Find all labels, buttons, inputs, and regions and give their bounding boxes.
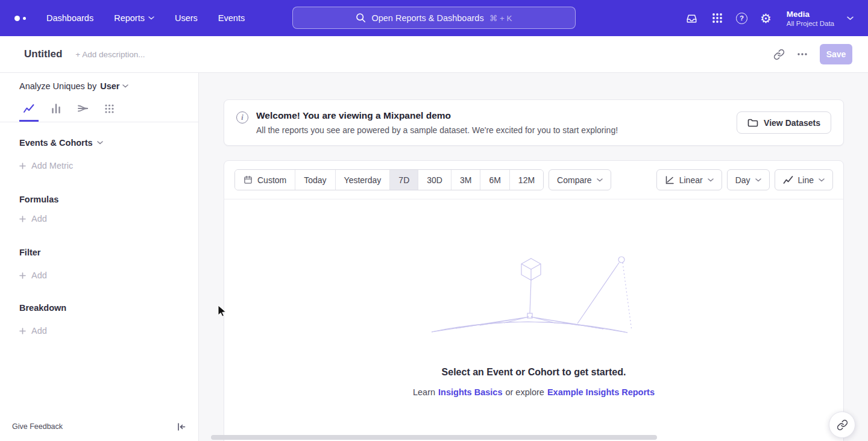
events-cohorts-label: Events & Cohorts — [19, 138, 93, 148]
add-breakdown-label: Add — [31, 326, 47, 336]
help-icon[interactable]: ? — [736, 13, 747, 24]
add-metric-button[interactable]: Add Metric — [19, 161, 179, 170]
apps-grid-icon[interactable] — [711, 12, 723, 24]
add-formula-label: Add — [31, 214, 47, 224]
line-chart-icon — [23, 103, 35, 114]
range-today-button[interactable]: Today — [295, 170, 335, 190]
more-options-icon[interactable] — [797, 49, 808, 60]
nav-reports[interactable]: Reports — [114, 13, 154, 23]
tab-bar-chart[interactable] — [47, 97, 65, 122]
give-feedback-link[interactable]: Give Feedback — [12, 422, 63, 431]
plus-icon — [19, 328, 26, 334]
range-3m-button[interactable]: 3M — [451, 170, 480, 190]
chart-type-dropdown[interactable]: Line — [775, 169, 833, 190]
add-formula-button[interactable]: Add — [19, 214, 179, 224]
formulas-label: Formulas — [19, 195, 58, 204]
chart-type-label: Line — [798, 175, 814, 185]
mixpanel-logo-icon[interactable] — [14, 16, 26, 21]
calendar-icon — [244, 175, 253, 184]
gear-icon[interactable]: ⚙ — [760, 12, 772, 25]
folder-icon — [747, 118, 758, 128]
analyze-uniques-row: Analyze Uniques by User — [0, 73, 198, 97]
nav-reports-label: Reports — [114, 13, 145, 23]
empty-state: Select an Event or Cohort to get started… — [224, 199, 843, 397]
banner-text: Welcome! You are viewing a Mixpanel demo… — [256, 110, 618, 135]
global-search-input[interactable]: Open Reports & Dashboards ⌘ + K — [292, 7, 576, 29]
range-6m-button[interactable]: 6M — [480, 170, 509, 190]
primary-nav: Dashboards Reports Users Events — [46, 13, 245, 23]
view-datasets-button[interactable]: View Datasets — [737, 111, 831, 134]
add-filter-button[interactable]: Add — [19, 271, 179, 280]
tab-flow-chart[interactable] — [74, 97, 92, 122]
project-scope: All Project Data — [787, 20, 834, 27]
chevron-down-icon — [755, 178, 761, 182]
chart-toolbar: Custom Today Yesterday 7D 30D 3M 6M 12M … — [224, 161, 843, 199]
top-navigation: Dashboards Reports Users Events Open Rep… — [0, 0, 868, 36]
breakdown-label: Breakdown — [19, 303, 66, 313]
bar-chart-icon — [51, 103, 61, 114]
add-filter-label: Add — [31, 271, 47, 280]
range-12m-button[interactable]: 12M — [509, 170, 543, 190]
sidebar-footer: Give Feedback — [0, 417, 198, 441]
add-description-field[interactable]: + Add description... — [75, 50, 145, 59]
collapse-sidebar-icon[interactable] — [177, 422, 186, 431]
line-chart-icon — [783, 175, 793, 184]
learn-prefix: Learn — [413, 387, 435, 397]
horizontal-scrollbar[interactable] — [211, 435, 657, 440]
view-datasets-label: View Datasets — [764, 118, 820, 128]
tab-insights-chart[interactable] — [19, 97, 39, 122]
link-icon — [837, 419, 848, 431]
chevron-down-icon — [148, 16, 154, 20]
filter-section: Filter — [19, 248, 179, 257]
chevron-down-icon — [819, 178, 825, 182]
compare-button[interactable]: Compare — [549, 169, 611, 190]
share-link-button[interactable] — [829, 411, 855, 438]
date-range-segmented-control: Custom Today Yesterday 7D 30D 3M 6M 12M — [234, 169, 544, 190]
plus-icon — [19, 163, 26, 169]
query-builder-sidebar: Analyze Uniques by User Events & Cohorts… — [0, 73, 199, 441]
compare-label: Compare — [557, 175, 592, 185]
chevron-down-icon — [122, 84, 128, 88]
scale-dropdown[interactable]: Linear — [656, 169, 722, 190]
range-30d-button[interactable]: 30D — [418, 170, 451, 190]
analyze-by-dropdown[interactable]: User — [100, 81, 128, 91]
filter-label: Filter — [19, 248, 40, 257]
flow-sankey-icon — [77, 103, 89, 114]
tab-metrics-grid[interactable] — [101, 97, 118, 122]
example-insights-reports-link[interactable]: Example Insights Reports — [547, 387, 655, 397]
analyze-prefix-label: Analyze Uniques by — [19, 81, 96, 91]
range-custom-button[interactable]: Custom — [235, 170, 295, 190]
banner-subtitle: All the reports you see are powered by a… — [256, 125, 618, 135]
chevron-down-icon — [597, 178, 603, 182]
report-title[interactable]: Untitled — [24, 48, 62, 60]
copy-link-icon[interactable] — [773, 49, 785, 60]
search-icon — [356, 13, 366, 23]
inbox-icon[interactable] — [685, 11, 699, 25]
chart-display-controls: Linear Day Line — [656, 169, 833, 190]
search-shortcut-hint: ⌘ + K — [489, 13, 512, 23]
interval-label: Day — [735, 175, 750, 185]
save-button[interactable]: Save — [820, 44, 852, 64]
interval-dropdown[interactable]: Day — [727, 169, 770, 190]
analyze-by-value: User — [100, 81, 119, 91]
banner-title: Welcome! You are viewing a Mixpanel demo — [256, 110, 618, 121]
events-cohorts-section[interactable]: Events & Cohorts — [19, 138, 179, 148]
report-header-actions: Save — [773, 44, 852, 64]
nav-events[interactable]: Events — [218, 13, 245, 23]
add-breakdown-button[interactable]: Add — [19, 326, 179, 336]
range-yesterday-button[interactable]: Yesterday — [335, 170, 390, 190]
nav-dashboards[interactable]: Dashboards — [46, 13, 93, 23]
insights-chart-card: Custom Today Yesterday 7D 30D 3M 6M 12M … — [224, 160, 844, 441]
report-header: Untitled + Add description... Save — [0, 36, 868, 73]
insights-basics-link[interactable]: Insights Basics — [438, 387, 502, 397]
demo-welcome-banner: i Welcome! You are viewing a Mixpanel de… — [224, 99, 844, 146]
plus-icon — [19, 272, 26, 279]
project-selector[interactable]: Media All Project Data — [787, 10, 834, 27]
nav-users[interactable]: Users — [175, 13, 198, 23]
range-7d-button[interactable]: 7D — [389, 170, 418, 190]
empty-state-help-text: Learn Insights Basics or explore Example… — [224, 387, 843, 397]
topnav-right-cluster: ? ⚙ Media All Project Data — [685, 10, 854, 27]
linear-scale-icon — [665, 175, 675, 185]
empty-state-title: Select an Event or Cohort to get started… — [224, 367, 843, 378]
empty-state-illustration — [420, 252, 649, 343]
